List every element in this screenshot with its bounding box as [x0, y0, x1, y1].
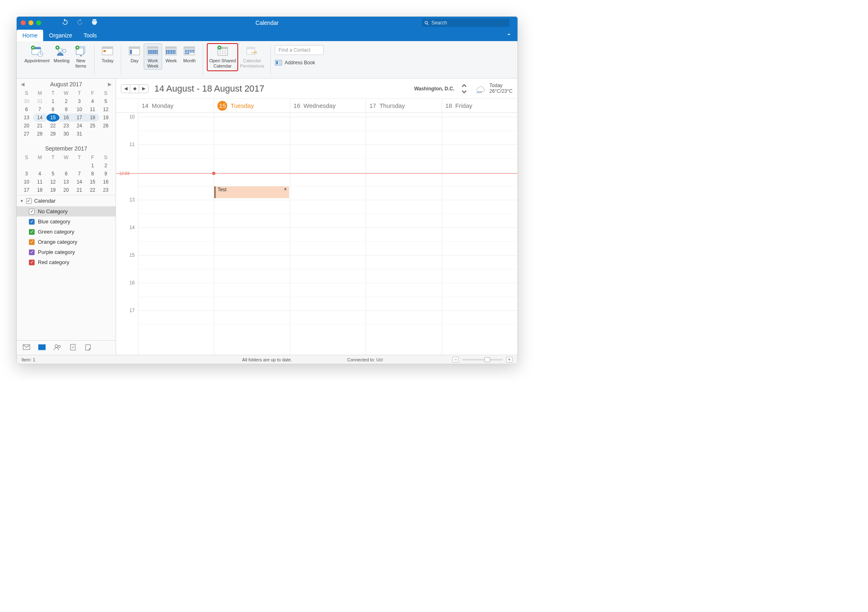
month-view-button[interactable]: Month [180, 44, 199, 65]
mini-cal-day[interactable]: 31 [73, 130, 86, 138]
prev-period-button[interactable]: ◀ [121, 85, 130, 93]
zoom-in-button[interactable]: + [506, 357, 513, 363]
mini-cal-day[interactable]: 16 [99, 178, 112, 186]
new-items-button[interactable]: New Items [72, 44, 90, 70]
mini-cal-day[interactable] [99, 130, 112, 138]
mini-cal-day[interactable]: 22 [46, 122, 59, 130]
day-column[interactable] [366, 113, 441, 355]
next-period-button[interactable]: ▶ [139, 85, 148, 93]
mini-cal-day[interactable]: 3 [73, 97, 86, 105]
appointment-button[interactable]: Appointment [22, 44, 52, 65]
mini-cal-day[interactable]: 28 [33, 130, 46, 138]
mini-cal-day[interactable] [59, 162, 72, 170]
mini-cal-day[interactable]: 30 [59, 130, 72, 138]
mini-cal-day[interactable]: 10 [20, 178, 33, 186]
category-item[interactable]: Orange category [17, 237, 116, 247]
mini-cal-day[interactable]: 2 [99, 162, 112, 170]
mini-cal-day[interactable]: 17 [73, 114, 86, 122]
mini-cal-day[interactable]: 8 [86, 170, 99, 178]
mini-cal-day[interactable]: 9 [99, 170, 112, 178]
mini-cal-day[interactable]: 12 [99, 105, 112, 114]
calendar-icon[interactable] [38, 343, 46, 352]
mini-cal-day[interactable]: 4 [86, 97, 99, 105]
mini-cal-day[interactable]: 6 [20, 105, 33, 114]
day-header-cell[interactable]: 14Monday [138, 99, 214, 112]
mini-cal-day[interactable]: 2 [59, 97, 72, 105]
mini-cal-day[interactable]: 31 [33, 97, 46, 105]
mini-cal-day[interactable] [46, 162, 59, 170]
work-week-view-button[interactable]: Work Week [144, 44, 162, 70]
notes-icon[interactable] [84, 343, 92, 352]
mini-cal-day[interactable] [86, 130, 99, 138]
mini-cal-day[interactable]: 13 [59, 178, 72, 186]
mini-cal-day[interactable]: 22 [86, 186, 99, 194]
mail-icon[interactable] [22, 343, 31, 352]
next-month-icon[interactable]: ▶ [108, 81, 112, 87]
category-item[interactable]: Green category [17, 227, 116, 237]
mini-cal-day[interactable] [20, 162, 33, 170]
mini-cal-day[interactable]: 3 [20, 170, 33, 178]
mini-cal-day[interactable]: 14 [33, 114, 46, 122]
mini-cal-day[interactable]: 1 [46, 97, 59, 105]
mini-cal-day[interactable]: 8 [46, 105, 59, 114]
mini-cal-day[interactable]: 7 [33, 105, 46, 114]
mini-cal-day[interactable]: 12 [46, 178, 59, 186]
tab-home[interactable]: Home [17, 30, 43, 41]
tab-tools[interactable]: Tools [78, 30, 103, 41]
mini-cal-day[interactable]: 7 [73, 170, 86, 178]
mini-cal-day[interactable]: 15 [86, 178, 99, 186]
calendar-root[interactable]: ▼ Calendar [17, 195, 116, 206]
mini-cal-day[interactable]: 23 [59, 122, 72, 130]
category-checkbox[interactable] [29, 249, 35, 255]
mini-cal-day[interactable]: 16 [59, 114, 72, 122]
collapse-ribbon-icon[interactable] [506, 31, 512, 39]
weather[interactable]: Washington, D.C. Today 26°C/23°C [414, 83, 513, 94]
mini-cal-day[interactable]: 5 [46, 170, 59, 178]
mini-cal-day[interactable]: 11 [86, 105, 99, 114]
mini-cal-day[interactable]: 15 [46, 114, 59, 122]
mini-cal-day[interactable]: 17 [20, 186, 33, 194]
mini-cal-day[interactable]: 13 [20, 114, 33, 122]
category-checkbox[interactable] [29, 229, 35, 235]
meeting-button[interactable]: Meeting [52, 44, 72, 65]
mini-cal-day[interactable]: 29 [46, 130, 59, 138]
mini-cal-day[interactable] [73, 162, 86, 170]
calendar-event[interactable]: Test [214, 186, 289, 198]
mini-cal-day[interactable]: 26 [99, 122, 112, 130]
week-view-button[interactable]: Week [162, 44, 180, 65]
mini-cal-day[interactable]: 21 [33, 122, 46, 130]
people-icon[interactable] [53, 343, 61, 352]
today-period-button[interactable]: ◆ [130, 85, 139, 93]
mini-cal-day[interactable]: 1 [86, 162, 99, 170]
category-item[interactable]: No Category [17, 206, 116, 216]
find-contact-input[interactable]: Find a Contact [275, 45, 324, 55]
mini-cal-day[interactable]: 14 [73, 178, 86, 186]
category-checkbox[interactable] [29, 219, 35, 225]
mini-cal-day[interactable]: 4 [33, 170, 46, 178]
mini-cal-day[interactable]: 21 [73, 186, 86, 194]
mini-cal-day[interactable]: 24 [73, 122, 86, 130]
open-shared-calendar-button[interactable]: Open Shared Calendar [207, 44, 238, 71]
day-header-cell[interactable]: 17Thursday [366, 99, 441, 112]
day-column[interactable] [442, 113, 517, 355]
mini-cal-day[interactable]: 18 [86, 114, 99, 122]
mini-cal-day[interactable]: 6 [59, 170, 72, 178]
mini-cal-day[interactable]: 27 [20, 130, 33, 138]
mini-cal-day[interactable]: 10 [73, 105, 86, 114]
day-header-cell[interactable]: 16Wednesday [290, 99, 366, 112]
day-column[interactable] [138, 113, 214, 355]
mini-cal-day[interactable]: 11 [33, 178, 46, 186]
category-item[interactable]: Red category [17, 257, 116, 267]
zoom-slider[interactable] [462, 359, 503, 361]
day-column[interactable]: Test [214, 113, 289, 355]
address-book-button[interactable]: Address Book [275, 60, 315, 66]
mini-cal-day[interactable]: 23 [99, 186, 112, 194]
mini-cal-day[interactable] [33, 162, 46, 170]
mini-cal-day[interactable]: 20 [59, 186, 72, 194]
tab-organize[interactable]: Organize [43, 30, 78, 41]
mini-cal-day[interactable]: 19 [46, 186, 59, 194]
tasks-icon[interactable] [69, 343, 77, 352]
mini-cal-day[interactable]: 18 [33, 186, 46, 194]
day-column[interactable] [290, 113, 366, 355]
time-grid[interactable]: 1011131415161712:03 Test [116, 113, 517, 355]
